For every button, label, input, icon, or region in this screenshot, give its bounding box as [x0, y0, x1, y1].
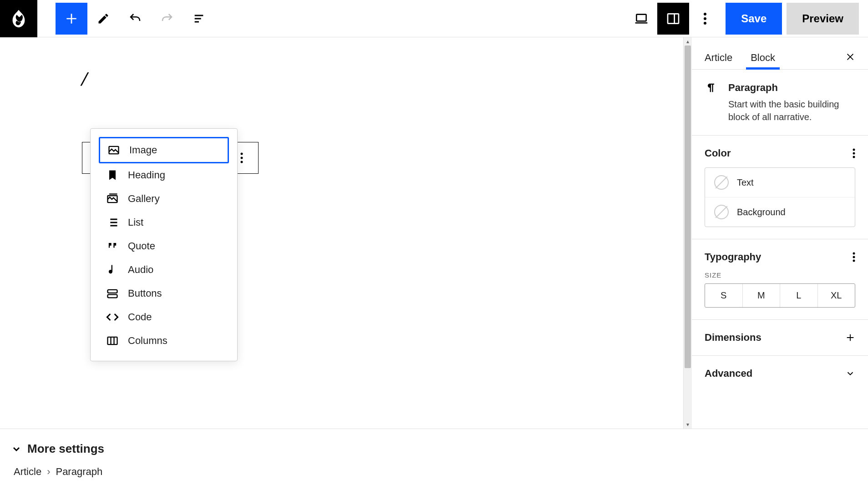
svg-rect-1: [668, 14, 679, 23]
sidebar-close-button[interactable]: [845, 52, 855, 64]
redo-icon: [160, 12, 174, 25]
size-s[interactable]: S: [705, 284, 742, 307]
sidebar-tabs: Article Block: [692, 37, 868, 70]
gallery-icon: [106, 192, 119, 205]
scroll-up-button[interactable]: ▴: [684, 37, 692, 45]
svg-point-19: [853, 260, 855, 262]
chevron-down-icon: [11, 444, 22, 455]
svg-point-14: [853, 149, 855, 151]
color-swatch-none: [714, 205, 729, 219]
more-options-button[interactable]: [689, 3, 721, 35]
block-option-image[interactable]: Image: [99, 137, 229, 163]
kebab-icon[interactable]: [853, 252, 855, 262]
edit-tool-button[interactable]: [87, 3, 119, 35]
buttons-icon: [106, 287, 119, 300]
block-option-label: Columns: [128, 335, 168, 347]
size-l[interactable]: L: [780, 284, 817, 307]
block-option-columns[interactable]: Columns: [99, 329, 229, 353]
block-option-heading[interactable]: Heading: [99, 163, 229, 187]
scroll-thumb[interactable]: [685, 45, 691, 368]
scroll-down-button[interactable]: ▾: [684, 420, 692, 429]
block-option-label: Quote: [128, 240, 155, 252]
block-option-label: Heading: [128, 169, 165, 181]
block-option-buttons[interactable]: Buttons: [99, 282, 229, 305]
size-label: SIZE: [705, 271, 855, 279]
slash-command-text: /: [79, 69, 90, 90]
panel-icon: [666, 11, 680, 26]
color-background-label: Background: [737, 207, 786, 217]
block-option-list[interactable]: List: [99, 211, 229, 234]
chevron-right-icon: ›: [47, 466, 50, 478]
block-option-label: Audio: [128, 264, 153, 276]
block-description: Start with the basic building block of a…: [728, 98, 855, 123]
block-inserter-popup: Image Heading Gallery List Quote Audio: [90, 128, 238, 361]
image-icon: [107, 144, 120, 157]
sidebar-scrollbar[interactable]: ▴ ▾: [684, 37, 692, 429]
pencil-icon: [97, 12, 110, 25]
add-block-button[interactable]: [56, 3, 87, 35]
size-xl[interactable]: XL: [817, 284, 855, 307]
svg-rect-12: [108, 294, 117, 298]
block-option-label: List: [128, 217, 143, 228]
svg-point-7: [241, 157, 243, 159]
columns-icon: [106, 334, 119, 347]
drupal-icon: [8, 8, 29, 29]
outline-icon: [193, 12, 205, 25]
panel-advanced[interactable]: Advanced: [692, 356, 868, 391]
kebab-icon: [240, 152, 243, 163]
tab-block[interactable]: Block: [751, 46, 775, 69]
preview-button[interactable]: Preview: [787, 3, 859, 35]
audio-icon: [106, 263, 119, 276]
kebab-icon[interactable]: [853, 148, 855, 158]
chevron-down-icon[interactable]: [845, 369, 855, 379]
size-m[interactable]: M: [742, 284, 780, 307]
redo-button[interactable]: [151, 3, 183, 35]
color-background-row[interactable]: Background: [705, 197, 855, 227]
bottom-bar: More settings Article › Paragraph: [0, 429, 868, 483]
drupal-logo[interactable]: [0, 0, 37, 37]
plus-icon[interactable]: [845, 333, 855, 343]
dimensions-heading: Dimensions: [705, 332, 761, 344]
block-option-label: Code: [128, 311, 152, 323]
svg-rect-13: [108, 337, 117, 344]
panel-dimensions[interactable]: Dimensions: [692, 320, 868, 356]
more-settings-toggle[interactable]: More settings: [0, 429, 868, 462]
editor-canvas[interactable]: / Image Heading Gallery: [0, 37, 683, 429]
block-option-code[interactable]: Code: [99, 305, 229, 329]
desktop-view-button[interactable]: [625, 3, 657, 35]
svg-point-6: [241, 153, 243, 155]
color-text-label: Text: [737, 177, 754, 188]
paragraph-icon: [705, 81, 717, 94]
color-text-row[interactable]: Text: [705, 168, 855, 197]
svg-rect-0: [637, 14, 646, 21]
bookmark-icon: [106, 169, 119, 182]
block-option-quote[interactable]: Quote: [99, 234, 229, 258]
panel-block-info: Paragraph Start with the basic building …: [692, 70, 868, 136]
block-option-label: Image: [129, 144, 157, 156]
close-icon: [845, 52, 855, 62]
color-swatch-none: [714, 175, 729, 190]
block-option-label: Buttons: [128, 288, 162, 299]
size-group: S M L XL: [705, 283, 855, 308]
outline-button[interactable]: [183, 3, 215, 35]
breadcrumb: Article › Paragraph: [0, 462, 868, 483]
save-button[interactable]: Save: [726, 3, 782, 35]
undo-button[interactable]: [119, 3, 151, 35]
more-settings-label: More settings: [27, 442, 104, 456]
laptop-icon: [634, 11, 649, 26]
tab-article[interactable]: Article: [705, 46, 732, 69]
svg-point-15: [853, 152, 855, 155]
list-icon: [106, 216, 119, 229]
block-option-gallery[interactable]: Gallery: [99, 187, 229, 211]
crumb-article[interactable]: Article: [14, 466, 41, 478]
scroll-track[interactable]: [684, 45, 692, 420]
panel-color: Color Text Background: [692, 136, 868, 239]
settings-sidebar: ▴ ▾ Article Block Paragraph Start with t…: [683, 37, 868, 429]
crumb-paragraph[interactable]: Paragraph: [56, 466, 102, 478]
settings-panel-toggle[interactable]: [657, 3, 689, 35]
block-option-audio[interactable]: Audio: [99, 258, 229, 282]
block-option-label: Gallery: [128, 193, 160, 205]
top-toolbar: Save Preview: [0, 0, 868, 37]
undo-icon: [128, 12, 142, 25]
svg-point-17: [853, 253, 855, 255]
